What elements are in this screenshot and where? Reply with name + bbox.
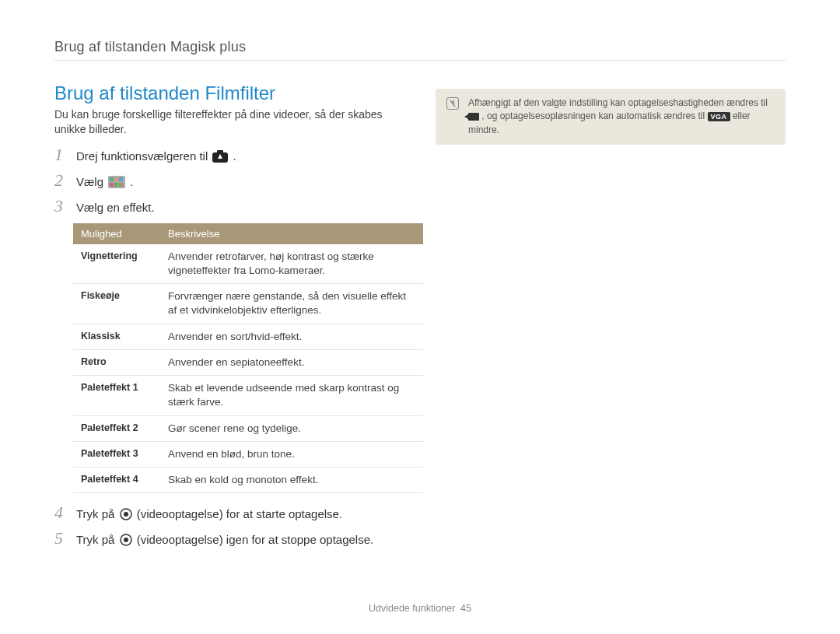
option-name: Paleteffekt 4 [73,467,160,492]
filmfilter-mode-icon [108,176,125,188]
table-row: Paleteffekt 2Gør scener rene og tydelige… [73,415,423,441]
record-button-icon [120,534,132,546]
option-name: Vignettering [73,244,160,284]
step-3: 3 Vælg en effekt. [54,198,404,215]
note-text-segment: , og optagelsesopløsningen kan automatis… [481,110,707,121]
table-row: Paleteffekt 3Anvend en blød, brun tone. [73,441,423,467]
option-desc: Anvender en sepiatoneeffekt. [160,349,423,375]
svg-rect-7 [110,183,114,187]
step-1: 1 Drej funktionsvælgeren til . [54,146,404,164]
fps-icon [468,113,479,121]
footer-section: Udvidede funktioner [369,603,455,614]
mode-dial-icon [212,150,228,163]
right-column: Afhængigt af den valgte indstilling kan … [436,82,786,555]
step-text: Tryk på [76,533,118,546]
record-button-icon [120,508,132,520]
svg-rect-9 [119,183,123,187]
step-number: 1 [54,146,68,163]
option-desc: Forvrænger nære genstande, så den visuel… [160,284,423,324]
step-number: 3 [54,198,68,215]
svg-rect-5 [114,177,118,181]
steps-list: 1 Drej funktionsvælgeren til . [54,146,404,215]
table-header-option: Mulighed [73,223,160,244]
step-number: 5 [54,530,68,547]
table-row: RetroAnvender en sepiatoneeffekt. [73,349,423,375]
option-name: Klassisk [73,324,160,349]
svg-rect-4 [110,177,114,181]
option-desc: Skab et levende udseende med skarp kontr… [160,376,423,415]
note-text-segment: Afhængigt af den valgte indstilling kan … [468,97,768,108]
table-row: Paleteffekt 1Skab et levende udseende me… [73,376,423,415]
step-number: 4 [54,504,68,521]
table-row: VignetteringAnvender retrofarver, høj ko… [73,244,423,284]
option-name: Paleteffekt 1 [73,376,160,415]
step-2: 2 Vælg [54,172,404,190]
table-header-description: Beskrivelse [160,223,423,244]
step-text: . [130,175,133,188]
effects-table: Mulighed Beskrivelse VignetteringAnvende… [73,223,423,493]
page-footer: Udvidede funktioner 45 [0,603,840,614]
vga-badge: VGA [708,112,730,121]
option-name: Fiskeøje [73,284,160,324]
step-text: . [233,149,236,163]
option-name: Paleteffekt 3 [73,441,160,467]
section-title: Brug af tilstanden Filmfilter [54,82,404,104]
divider [54,60,786,61]
svg-rect-1 [217,150,223,154]
note-box: Afhængigt af den valgte indstilling kan … [436,89,786,145]
svg-point-13 [124,538,128,542]
option-desc: Anvend en blød, brun tone. [160,441,423,467]
option-name: Retro [73,349,160,375]
steps-list-continued: 4 Tryk på (videooptagelse) for at starte… [54,504,404,548]
svg-point-11 [124,512,128,517]
svg-rect-6 [119,177,123,181]
left-column: Brug af tilstanden Filmfilter Du kan bru… [54,82,404,555]
table-row: KlassiskAnvender en sort/hvid-effekt. [73,324,423,349]
option-desc: Skab en kold og monoton effekt. [160,467,423,492]
step-text: (videooptagelse) for at starte optagelse… [137,507,342,520]
breadcrumb: Brug af tilstanden Magisk plus [54,39,786,55]
step-text: Drej funktionsvælgeren til [76,149,211,163]
option-desc: Anvender en sort/hvid-effekt. [160,324,423,349]
option-desc: Anvender retrofarver, høj kontrast og st… [160,244,423,284]
step-text: Tryk på [76,507,118,520]
step-4: 4 Tryk på (videooptagelse) for at starte… [54,504,404,522]
svg-rect-8 [114,183,118,187]
step-text: Vælg en effekt. [76,198,155,215]
section-intro: Du kan bruge forskellige filtereffekter … [54,107,404,137]
step-number: 2 [54,172,68,189]
table-row: FiskeøjeForvrænger nære genstande, så de… [73,284,423,324]
table-row: Paleteffekt 4Skab en kold og monoton eff… [73,467,423,492]
option-desc: Gør scener rene og tydelige. [160,415,423,441]
option-name: Paleteffekt 2 [73,415,160,441]
note-text: Afhængigt af den valgte indstilling kan … [468,96,775,137]
step-5: 5 Tryk på (videooptagelse) igen for at s… [54,530,404,548]
note-icon [446,97,459,110]
step-text: (videooptagelse) igen for at stoppe opta… [137,533,373,546]
step-text: Vælg [76,175,107,188]
footer-page-number: 45 [460,603,471,614]
